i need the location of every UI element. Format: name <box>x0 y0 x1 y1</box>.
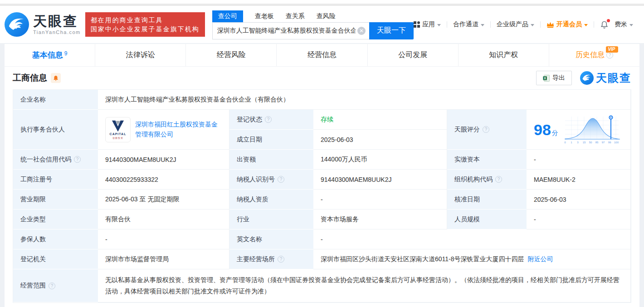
help-icon[interactable]: ? <box>278 256 284 263</box>
chevron-down-icon <box>629 24 633 26</box>
score-unit: 分 <box>552 129 558 137</box>
help-icon[interactable]: ? <box>495 176 502 183</box>
field-label: 成立日期 <box>229 130 313 150</box>
company-name: 深圳市人工智能终端产业私募股权投资基金合伙企业（有限合伙） <box>98 90 631 110</box>
field-label: 主要经营场所? <box>229 249 313 269</box>
brand-name: 天眼查 <box>33 15 81 28</box>
nav-apps[interactable]: 应用 <box>414 20 441 29</box>
help-icon[interactable]: ? <box>606 52 613 58</box>
help-icon[interactable]: ? <box>49 283 55 289</box>
field-label: 登记状态? <box>229 110 313 130</box>
svg-text:15: 15 <box>582 141 585 144</box>
registration-authority: 深圳市市场监督管理局 <box>98 249 229 269</box>
field-label: 人员规模 <box>447 210 527 229</box>
business-scope: 无以私募基金从事股权投资、投资管理、资产管理等活动（须在中国证券投资基金业协会完… <box>98 269 631 302</box>
tianyancha-logo-icon <box>5 12 29 37</box>
industry: 资本市场服务 <box>313 210 447 229</box>
field-label: 核准日期 <box>447 190 527 210</box>
search-button[interactable]: 天眼一下 <box>369 22 414 39</box>
field-label: 统一社会信用代码? <box>13 150 98 170</box>
tab-history-info[interactable]: VIP 历史信息 ? <box>549 44 639 66</box>
excel-icon: X <box>543 75 550 82</box>
approval-date: 2025-06-03 <box>527 190 631 210</box>
tab-basic-info-count: 9 <box>64 50 68 57</box>
nav-open-vip[interactable]: 开通会员 <box>546 20 588 29</box>
taxpayer-qualification: - <box>313 190 447 210</box>
field-label: 纳税人资质 <box>229 190 313 210</box>
field-label: 营业期限 <box>13 190 98 210</box>
tab-legal-proceedings[interactable]: 法律诉讼 <box>95 44 186 66</box>
taxpayer-id: 91440300MAEM8UUK2J <box>313 170 447 190</box>
top-strip <box>0 0 644 4</box>
nav-user-menu[interactable]: 费米 <box>615 20 633 29</box>
english-name: - <box>313 229 631 249</box>
search-block: 查公司 查老板 查关系 查风险 ✕ 天眼一下 <box>212 10 414 39</box>
staff-size: - <box>527 210 631 229</box>
tianyancha-logo[interactable]: 天眼查 TianYanCha.com <box>5 12 81 37</box>
registration-number: 440300225933322 <box>98 170 229 190</box>
export-button[interactable]: X 导出 <box>536 71 572 85</box>
field-label: 参保人数 <box>13 229 98 249</box>
company-section-tabs: 基本信息 9 法律诉讼 经营风险 经营信息 公司发展 知识产权 VIP 历史信息… <box>5 44 639 67</box>
nav-cooperation[interactable]: 合作通道 <box>453 20 484 29</box>
divider <box>447 21 447 28</box>
business-info-table: 企业名称 深圳市人工智能终端产业私募股权投资基金合伙企业（有限合伙） 执行事务合… <box>13 89 631 303</box>
company-type: 有限合伙 <box>98 210 229 229</box>
svg-text:97: 97 <box>601 141 605 144</box>
score-distribution-chart[interactable]: 0 1 3 15 50 85 97 99 100 <box>564 114 622 145</box>
partner-company-link[interactable]: 深圳市福田红土股权投资基金管理有限公司 <box>135 120 222 139</box>
slogan-line1: 都在用的商业查询工具 <box>91 15 200 24</box>
search-tab-boss[interactable]: 查老板 <box>255 10 274 22</box>
subscribe-bell-button[interactable] <box>51 73 61 83</box>
score-value: 98 <box>534 122 551 137</box>
tab-operation-risk[interactable]: 经营风险 <box>186 44 277 66</box>
help-icon[interactable]: ? <box>278 176 284 183</box>
tab-intellectual-property[interactable]: 知识产权 <box>459 44 549 66</box>
svg-text:85: 85 <box>595 141 598 144</box>
svg-text:99: 99 <box>608 141 611 144</box>
svg-text:50: 50 <box>589 141 592 144</box>
v-capital-logo-icon <box>109 120 127 132</box>
svg-text:100: 100 <box>614 141 619 144</box>
nearby-companies-link[interactable]: 附近公司 <box>528 255 553 263</box>
tab-operation-info[interactable]: 经营信息 <box>277 44 367 66</box>
search-tab-company[interactable]: 查公司 <box>212 10 243 22</box>
field-label: 出资额 <box>229 150 313 170</box>
divider <box>490 21 491 28</box>
search-tab-risk[interactable]: 查风险 <box>317 10 336 22</box>
watermark-text: 天眼查 <box>596 71 631 85</box>
nav-enterprise-products[interactable]: 企业级产品 <box>497 20 534 29</box>
username: 费米 <box>615 20 627 29</box>
clear-search-icon[interactable]: ✕ <box>357 27 366 35</box>
section-title: 工商信息 <box>13 72 47 84</box>
field-label: 经营范围? <box>13 269 98 302</box>
field-label: 行业 <box>229 210 313 229</box>
search-tabs: 查公司 查老板 查关系 查风险 <box>212 10 414 22</box>
field-label: 企业类型 <box>13 210 98 229</box>
business-term: 2025-06-03 至 无固定期限 <box>98 190 229 210</box>
tab-company-development[interactable]: 公司发展 <box>368 44 459 66</box>
notification-red-dot <box>607 19 610 22</box>
tianyan-score-cell: 98 分 <box>527 110 631 150</box>
search-tab-relation[interactable]: 查关系 <box>286 10 305 22</box>
partner-company-logo: CAPITAL 创新投资 <box>105 117 131 142</box>
tab-basic-info-label: 基本信息 <box>32 50 63 60</box>
nav-enterprise-products-label: 企业级产品 <box>497 20 528 29</box>
nav-open-vip-label: 开通会员 <box>556 20 582 29</box>
registration-status: 存续 <box>313 110 447 130</box>
brand-domain: TianYanCha.com <box>33 29 81 35</box>
help-icon[interactable]: ? <box>74 156 81 163</box>
organization-code: MAEM8UUK-2 <box>527 170 631 190</box>
credit-code: 91440300MAEM8UUK2J <box>98 150 229 170</box>
paid-in-capital: - <box>527 150 631 170</box>
tab-basic-info[interactable]: 基本信息 9 <box>5 44 95 66</box>
help-icon[interactable]: ? <box>483 126 489 133</box>
contributed-capital: 144000万人民币 <box>313 150 447 170</box>
export-label: 导出 <box>552 74 565 82</box>
help-icon[interactable]: ? <box>265 116 272 123</box>
insured-persons: - <box>98 229 229 249</box>
search-input[interactable] <box>212 22 369 39</box>
svg-text:1: 1 <box>571 141 572 144</box>
notifications-button[interactable] <box>600 20 609 29</box>
divider <box>540 21 541 28</box>
